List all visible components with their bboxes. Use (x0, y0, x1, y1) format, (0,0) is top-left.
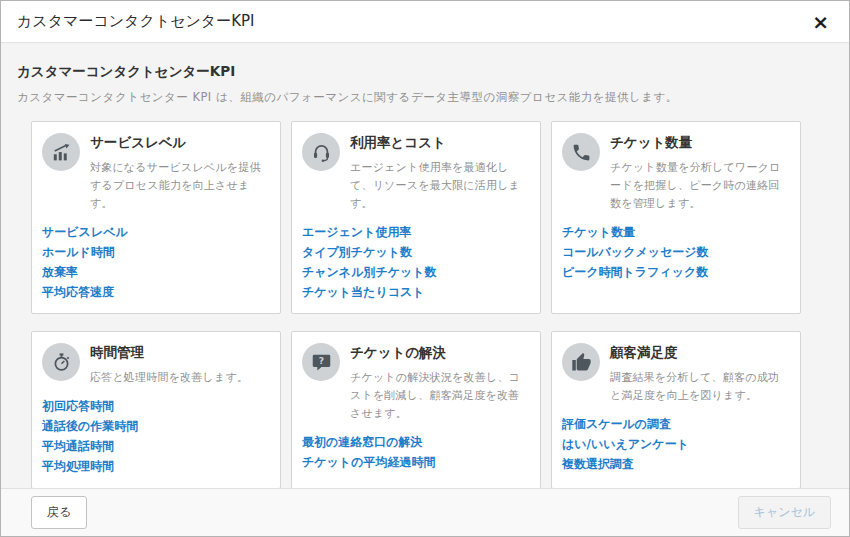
kpi-link[interactable]: はい/いいえアンケート (562, 434, 790, 454)
kpi-link[interactable]: 放棄率 (42, 262, 270, 282)
close-icon[interactable]: × (808, 10, 833, 34)
dialog-body: カスタマーコンタクトセンターKPI カスタマーコンタクトセンター KPI は、組… (1, 43, 849, 488)
kpi-link[interactable]: 通話後の作業時間 (42, 416, 270, 436)
section-title: カスタマーコンタクトセンターKPI (17, 63, 833, 81)
question-mark-glyph: ? (318, 355, 323, 366)
card-link-list: チケット数量 コールバックメッセージ数 ピーク時間トラフィック数 (562, 222, 790, 282)
section-description: カスタマーコンタクトセンター KPI は、組織のパフォーマンスに関するデータ主導… (17, 90, 833, 105)
card-header: サービスレベル 対象になるサービスレベルを提供するプロセス能力を向上させます。 (42, 133, 270, 213)
card-title: 時間管理 (90, 344, 270, 362)
kpi-link[interactable]: 平均応答速度 (42, 282, 270, 302)
card-description: チケットの解決状況を改善し、コストを削減し、顧客満足度を改善させます。 (350, 369, 530, 423)
cancel-button[interactable]: キャンセル (738, 496, 831, 529)
kpi-link[interactable]: 評価スケールの調査 (562, 414, 790, 434)
kpi-card-utilization-cost: 利用率とコスト エージェント使用率を最適化して、リソースを最大限に活用します。 … (291, 121, 541, 314)
dialog-footer: 戻る キャンセル (1, 488, 849, 536)
kpi-link[interactable]: ホールド時間 (42, 242, 270, 262)
kpi-link[interactable]: チャンネル別チケット数 (302, 262, 530, 282)
card-title: 顧客満足度 (610, 344, 790, 362)
phone-icon (562, 133, 600, 171)
card-link-list: 初回応答時間 通話後の作業時間 平均通話時間 平均処理時間 (42, 396, 270, 476)
card-link-list: サービスレベル ホールド時間 放棄率 平均応答速度 (42, 222, 270, 302)
card-header: 顧客満足度 調査結果を分析して、顧客の成功と満足度を向上を図ります。 (562, 343, 790, 405)
card-title: チケット数量 (610, 134, 790, 152)
kpi-link[interactable]: 平均通話時間 (42, 436, 270, 456)
bar-chart-icon (42, 133, 80, 171)
card-link-list: 評価スケールの調査 はい/いいえアンケート 複数選択調査 (562, 414, 790, 474)
card-header: ? チケットの解決 チケットの解決状況を改善し、コストを削減し、顧客満足度を改善… (302, 343, 530, 423)
chat-question-icon: ? (302, 343, 340, 381)
card-header: 利用率とコスト エージェント使用率を最適化して、リソースを最大限に活用します。 (302, 133, 530, 213)
kpi-link[interactable]: タイプ別チケット数 (302, 242, 530, 262)
card-header: 時間管理 応答と処理時間を改善します。 (42, 343, 270, 387)
kpi-link[interactable]: チケット当たりコスト (302, 282, 530, 302)
kpi-link[interactable]: 平均処理時間 (42, 456, 270, 476)
card-description: 対象になるサービスレベルを提供するプロセス能力を向上させます。 (90, 159, 270, 213)
kpi-link[interactable]: 最初の連絡窓口の解決 (302, 432, 530, 452)
kpi-link[interactable]: 初回応答時間 (42, 396, 270, 416)
card-link-list: 最初の連絡窓口の解決 チケットの平均経過時間 (302, 432, 530, 472)
kpi-link[interactable]: チケット数量 (562, 222, 790, 242)
kpi-card-ticket-volume: チケット数量 チケット数量を分析してワークロードを把握し、ピーク時の連絡回数を管… (551, 121, 801, 314)
card-title: サービスレベル (90, 134, 270, 152)
kpi-card-ticket-resolution: ? チケットの解決 チケットの解決状況を改善し、コストを削減し、顧客満足度を改善… (291, 331, 541, 488)
back-button[interactable]: 戻る (31, 496, 87, 529)
card-description: 応答と処理時間を改善します。 (90, 369, 270, 387)
card-title: 利用率とコスト (350, 134, 530, 152)
kpi-link[interactable]: ピーク時間トラフィック数 (562, 262, 790, 282)
kpi-link[interactable]: 複数選択調査 (562, 454, 790, 474)
kpi-card-grid: サービスレベル 対象になるサービスレベルを提供するプロセス能力を向上させます。 … (31, 121, 833, 488)
kpi-link[interactable]: コールバックメッセージ数 (562, 242, 790, 262)
stopwatch-icon (42, 343, 80, 381)
kpi-link[interactable]: チケットの平均経過時間 (302, 452, 530, 472)
kpi-card-time-management: 時間管理 応答と処理時間を改善します。 初回応答時間 通話後の作業時間 平均通話… (31, 331, 281, 488)
card-link-list: エージェント使用率 タイプ別チケット数 チャンネル別チケット数 チケット当たりコ… (302, 222, 530, 302)
card-header: チケット数量 チケット数量を分析してワークロードを把握し、ピーク時の連絡回数を管… (562, 133, 790, 213)
card-description: 調査結果を分析して、顧客の成功と満足度を向上を図ります。 (610, 369, 790, 405)
card-description: チケット数量を分析してワークロードを把握し、ピーク時の連絡回数を管理します。 (610, 159, 790, 213)
card-title: チケットの解決 (350, 344, 530, 362)
dialog-header: カスタマーコンタクトセンターKPI × (1, 1, 849, 43)
kpi-card-service-level: サービスレベル 対象になるサービスレベルを提供するプロセス能力を向上させます。 … (31, 121, 281, 314)
kpi-card-customer-satisfaction: 顧客満足度 調査結果を分析して、顧客の成功と満足度を向上を図ります。 評価スケー… (551, 331, 801, 488)
card-description: エージェント使用率を最適化して、リソースを最大限に活用します。 (350, 159, 530, 213)
kpi-dialog: カスタマーコンタクトセンターKPI × カスタマーコンタクトセンターKPI カス… (0, 0, 850, 537)
kpi-link[interactable]: サービスレベル (42, 222, 270, 242)
headset-icon (302, 133, 340, 171)
kpi-link[interactable]: エージェント使用率 (302, 222, 530, 242)
dialog-title: カスタマーコンタクトセンターKPI (17, 12, 255, 31)
thumbs-up-icon (562, 343, 600, 381)
